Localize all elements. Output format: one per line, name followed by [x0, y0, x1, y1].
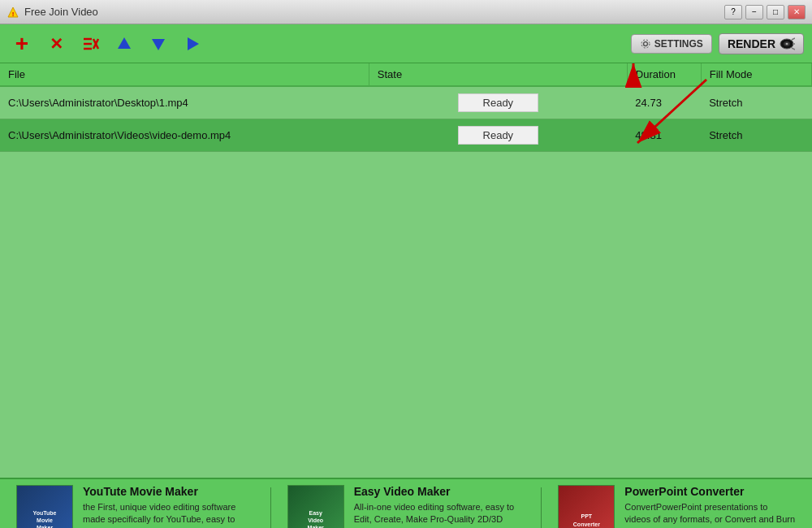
- ad-text-0: YouTute Movie Maker the First, unique vi…: [83, 485, 254, 528]
- play-button[interactable]: [179, 30, 206, 58]
- ad-thumb-0: YouTubeMovieMaker: [16, 485, 73, 528]
- ad-item-2: PPTConverter PowerPoint Converter Conver…: [558, 485, 796, 528]
- settings-label: SETTINGS: [654, 38, 703, 50]
- app-icon: !: [6, 6, 19, 19]
- svg-line-15: [792, 38, 795, 40]
- move-up-button[interactable]: [110, 30, 138, 58]
- gear-icon: [640, 38, 651, 50]
- cell-fill-mode: Stretch: [701, 86, 811, 119]
- play-icon: [183, 34, 202, 54]
- maximize-button[interactable]: □: [767, 5, 784, 19]
- clear-button[interactable]: [76, 30, 104, 58]
- close-button[interactable]: ✕: [788, 5, 806, 19]
- render-label: RENDER: [728, 37, 775, 50]
- ad-title-2: PowerPoint Converter: [624, 485, 796, 498]
- svg-point-14: [786, 42, 788, 44]
- cell-state: Ready: [369, 119, 627, 151]
- svg-text:!: !: [12, 11, 15, 18]
- ad-desc-1: All-in-one video editing software, easy …: [354, 501, 525, 528]
- file-table: File State Duration Fill Mode C:\Users\A…: [0, 63, 812, 152]
- ad-title-0: YouTute Movie Maker: [83, 485, 254, 498]
- cell-fill-mode: Stretch: [701, 119, 811, 151]
- title-bar: ! Free Join Video ? − □ ✕: [0, 0, 812, 24]
- cell-file: C:\Users\Administrator\Videos\video-demo…: [0, 119, 369, 151]
- window-title: Free Join Video: [24, 6, 98, 18]
- minimize-button[interactable]: −: [745, 5, 763, 19]
- ad-desc-2: ConvertPowerPoint presentations to video…: [624, 501, 796, 528]
- main-content: File State Duration Fill Mode C:\Users\A…: [0, 63, 812, 478]
- column-header-file: File: [0, 63, 369, 86]
- ad-divider-1: [541, 487, 542, 528]
- ad-divider-0: [270, 487, 271, 528]
- table-row[interactable]: C:\Users\Administrator\Videos\video-demo…: [0, 119, 812, 151]
- svg-marker-9: [188, 37, 199, 50]
- render-icon: [779, 37, 795, 50]
- render-button[interactable]: RENDER: [719, 33, 804, 54]
- cell-file: C:\Users\Administrator\Desktop\1.mp4: [0, 86, 369, 119]
- ad-text-2: PowerPoint Converter ConvertPowerPoint p…: [624, 485, 796, 528]
- svg-marker-8: [152, 39, 165, 50]
- up-arrow-icon: [114, 34, 134, 54]
- table-header-row: File State Duration Fill Mode: [0, 63, 812, 86]
- column-header-fill-mode: Fill Mode: [701, 63, 811, 86]
- ad-item-0: YouTubeMovieMaker YouTute Movie Maker th…: [16, 485, 254, 528]
- cell-duration: 48.81: [627, 119, 701, 151]
- ad-text-1: Easy Video Maker All-in-one video editin…: [354, 485, 525, 528]
- ad-title-1: Easy Video Maker: [354, 485, 525, 498]
- state-badge: Ready: [458, 126, 539, 145]
- remove-button[interactable]: ✕: [42, 30, 70, 58]
- state-badge: Ready: [458, 93, 539, 112]
- settings-button[interactable]: SETTINGS: [631, 34, 712, 54]
- move-down-button[interactable]: [145, 30, 172, 58]
- cell-state: Ready: [369, 86, 627, 119]
- down-arrow-icon: [149, 34, 168, 54]
- column-header-duration: Duration: [627, 63, 701, 86]
- ad-desc-0: the First, unique video editing software…: [83, 501, 254, 528]
- ad-item-1: EasyVideoMaker Easy Video Maker All-in-o…: [287, 485, 525, 528]
- ad-thumb-1: EasyVideoMaker: [287, 485, 344, 528]
- cell-duration: 24.73: [627, 86, 701, 119]
- help-button[interactable]: ?: [724, 5, 742, 19]
- svg-point-11: [641, 40, 650, 48]
- table-row[interactable]: C:\Users\Administrator\Desktop\1.mp4Read…: [0, 86, 812, 119]
- ad-section: YouTubeMovieMaker YouTute Movie Maker th…: [0, 478, 812, 528]
- svg-line-17: [792, 48, 795, 50]
- toolbar: + ✕: [0, 24, 812, 63]
- svg-point-10: [643, 41, 647, 45]
- add-button[interactable]: +: [8, 30, 36, 58]
- window-controls: ? − □ ✕: [724, 5, 806, 19]
- svg-marker-7: [118, 37, 131, 49]
- clear-icon: [80, 34, 100, 54]
- ad-thumb-2: PPTConverter: [558, 485, 615, 528]
- column-header-state: State: [369, 63, 627, 86]
